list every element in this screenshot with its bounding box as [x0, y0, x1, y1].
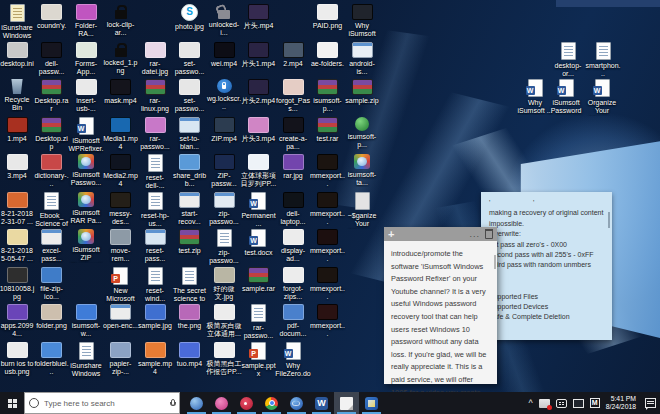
desktop-icon[interactable]: PAID.png — [310, 4, 346, 30]
desktop-icon[interactable]: ae-folders. — [310, 42, 346, 68]
note-menu-button[interactable]: ... — [469, 230, 480, 238]
desktop-icon[interactable]: sample.mp4 — [137, 342, 173, 376]
desktop-icon[interactable]: iSumosft WPRefixer... — [68, 117, 104, 154]
sticky-note-white[interactable]: + ... introduce/promote the software 'iS… — [384, 227, 497, 384]
taskbar-app-photos-app[interactable] — [359, 392, 384, 414]
desktop-icon[interactable]: Media2.mp4 — [103, 154, 139, 188]
desktop-icon[interactable]: mmexport... — [310, 304, 346, 338]
desktop-icon[interactable]: isumsoft-p... — [344, 117, 380, 149]
start-button[interactable] — [0, 392, 24, 414]
taskbar-app-browser-globe-app[interactable] — [284, 392, 309, 414]
desktop-icon[interactable]: ~$ganize Your Messy... — [344, 192, 380, 229]
desktop-icon[interactable]: file-zip-ico... — [34, 267, 70, 301]
desktop-icon[interactable]: 片头2.mp4 — [241, 79, 277, 105]
taskbar-clock[interactable]: 5:41 PM 8/24/2018 — [606, 395, 636, 411]
taskbar-app-sticky-notes[interactable] — [334, 392, 359, 414]
desktop-icon[interactable]: Desktop.rar — [34, 79, 70, 113]
desktop-icon[interactable]: mmexport... — [310, 267, 346, 301]
desktop-icon[interactable]: apps.20994... — [0, 304, 35, 338]
desktop-icon[interactable]: mmexport... — [310, 229, 346, 263]
desktop-icon[interactable]: sample.pptx — [241, 342, 277, 378]
taskbar-app-media-red-app[interactable] — [234, 392, 259, 414]
desktop-icon[interactable]: photo.jpg — [172, 4, 208, 31]
add-note-button[interactable]: + — [388, 228, 394, 240]
desktop-icon[interactable]: locked_1.png — [103, 42, 139, 75]
desktop-icon[interactable]: android-is... — [344, 42, 380, 76]
desktop-icon[interactable]: zip-passwo... — [206, 229, 242, 265]
desktop-icon[interactable]: 3.mp4 — [0, 154, 35, 180]
desktop-icon[interactable]: 片头3.mp4 — [241, 117, 277, 143]
m-app-tray-icon[interactable]: M — [590, 398, 600, 408]
desktop-icon[interactable]: iSunshare Windows P... — [68, 342, 104, 379]
desktop-icon[interactable]: sample.jpg — [137, 304, 173, 330]
desktop-icon[interactable]: 10810058.jpg — [0, 267, 35, 301]
desktop-icon[interactable]: desktop.ini — [0, 42, 35, 68]
desktop-icon[interactable]: 2.mp4 — [275, 42, 311, 68]
desktop-icon[interactable]: iSumsoft ZIP Password ... — [68, 229, 104, 263]
desktop-icon[interactable]: iSunshare Windows P... — [0, 4, 35, 41]
desktop-icon[interactable]: Media1.mp4 — [103, 117, 139, 151]
desktop-icon[interactable]: Why FileZero.docx — [275, 342, 311, 379]
desktop-icon[interactable]: mmexport... — [310, 192, 346, 226]
desktop-icon[interactable]: wei.mp4 — [206, 42, 242, 68]
desktop-icon[interactable]: dell-passw... — [34, 42, 70, 76]
desktop-icon[interactable]: folder.png — [34, 304, 70, 330]
desktop-icon[interactable]: desktop-or... — [550, 42, 586, 78]
taskbar-app-photos-pink-app[interactable] — [209, 392, 234, 414]
desktop-icon[interactable]: sample.rar — [241, 267, 277, 293]
scrollbar[interactable] — [608, 212, 610, 228]
desktop-icon[interactable]: move-rem... — [103, 229, 139, 263]
desktop-icon[interactable]: sample.zip — [344, 79, 380, 105]
desktop-icon[interactable]: 好的微文.jpg — [206, 267, 242, 301]
desktop-icon[interactable]: Folder-RA... — [68, 4, 104, 38]
search-input[interactable]: Type here to search — [24, 392, 180, 414]
desktop-icon[interactable]: ZIP-passw... — [206, 154, 242, 188]
desktop-icon[interactable]: isumsoft-p... — [310, 79, 346, 113]
desktop-icon[interactable]: insert-usb-... — [68, 79, 104, 113]
scrollbar[interactable] — [494, 255, 496, 269]
desktop-icon[interactable]: display-ad... — [275, 229, 311, 263]
desktop-icon[interactable]: reset-hp-us... — [137, 192, 173, 228]
taskbar-app-chrome[interactable] — [259, 392, 284, 414]
desktop-icon[interactable]: excel-pass... — [34, 229, 70, 263]
desktop-icon[interactable]: reset-pass... — [137, 229, 173, 263]
display-tray-icon[interactable] — [573, 399, 584, 408]
taskbar-app-word[interactable]: W — [309, 392, 334, 414]
desktop-icon[interactable]: Permanent... — [241, 192, 277, 228]
hidden-icons-chevron[interactable]: ^ — [529, 398, 533, 408]
desktop-icon[interactable]: isumsoft-ta... — [344, 154, 380, 187]
desktop-icon[interactable]: reset-dell-... — [137, 154, 173, 190]
desktop-icon[interactable]: rar-passwo... — [137, 117, 173, 151]
desktop-icon[interactable]: 片头1.mp4 — [241, 42, 277, 68]
desktop-icon[interactable]: rar-passwo... — [241, 304, 277, 340]
desktop-icon[interactable]: reset-wind... — [137, 267, 173, 303]
desktop-icon[interactable]: forgot-zips... — [275, 267, 311, 301]
desktop-icon[interactable]: rar.jpg — [275, 154, 311, 180]
desktop-icon[interactable]: iSumsoft Password ... — [548, 79, 584, 116]
desktop-icon[interactable]: zip-passwo... — [206, 192, 242, 226]
desktop-icon[interactable]: test.rar — [310, 117, 346, 143]
sticky-note-text[interactable]: introduce/promote the software 'iSumsoft… — [384, 241, 497, 414]
desktop-icon[interactable]: New Microsoft ... — [103, 267, 139, 304]
desktop-icon[interactable]: 片头.mp4 — [241, 4, 277, 30]
desktop-icon[interactable]: folderbluel... — [34, 342, 70, 376]
desktop-icon[interactable]: papier-zip-... — [103, 342, 139, 376]
desktop-icon[interactable]: open-enc... — [103, 304, 139, 330]
desktop-icon[interactable]: 8-21-2018 2-31-07 ... — [0, 192, 35, 226]
desktop-icon[interactable]: create-a-pa... — [275, 117, 311, 151]
desktop-icon[interactable]: test.zip — [172, 229, 208, 255]
desktop-icon[interactable]: dictionary-... — [34, 154, 70, 188]
desktop-icon[interactable]: lock-clip-ar... — [103, 4, 139, 37]
device-tray-icon[interactable] — [539, 399, 550, 408]
desktop-icon[interactable]: isumsoft-w... — [68, 304, 104, 338]
desktop-icon[interactable]: messy-des... — [103, 192, 139, 226]
sticky-note-titlebar[interactable]: + ... — [384, 227, 497, 241]
desktop-icon[interactable]: rar-linux.png — [137, 79, 173, 113]
desktop-icon[interactable]: iSumsoft RAR Pa... — [68, 192, 104, 225]
desktop-icon[interactable]: pdf-docum... — [275, 304, 311, 338]
desktop-icon[interactable]: Desktop.zip — [34, 117, 70, 151]
desktop-icon[interactable]: smartphon... — [585, 42, 621, 78]
desktop-icon[interactable]: the.png — [172, 304, 208, 330]
desktop-icon[interactable]: 立体球形项目罗列PP... — [241, 154, 277, 188]
desktop-icon[interactable]: 极简灰白微立体通用... — [206, 304, 242, 338]
